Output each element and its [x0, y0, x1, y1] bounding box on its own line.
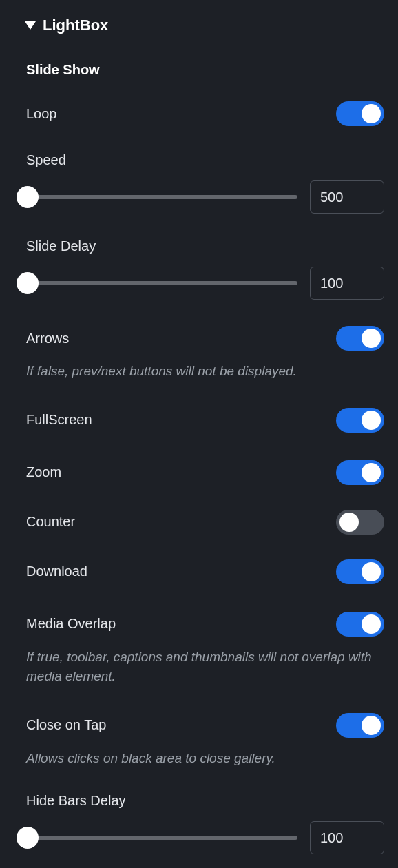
hide-bars-delay-label: Hide Bars Delay: [26, 793, 384, 809]
slide-delay-slider[interactable]: [17, 271, 297, 296]
close-on-tap-note: Allows clicks on black area to close gal…: [26, 749, 384, 769]
counter-label: Counter: [26, 514, 75, 530]
media-overlap-toggle[interactable]: [336, 612, 384, 637]
slide-delay-label: Slide Delay: [26, 238, 384, 254]
section-header[interactable]: LightBox: [25, 17, 384, 34]
fullscreen-label: FullScreen: [26, 412, 92, 428]
speed-slider[interactable]: [17, 185, 297, 209]
zoom-toggle[interactable]: [336, 460, 384, 485]
download-toggle[interactable]: [336, 559, 384, 584]
media-overlap-label: Media Overlap: [26, 616, 116, 632]
media-overlap-note: If true, toolbar, captions and thumbnail…: [26, 648, 384, 687]
loop-toggle[interactable]: [336, 101, 384, 126]
svg-marker-0: [25, 21, 36, 30]
section-title: LightBox: [43, 17, 108, 34]
slide-delay-input[interactable]: [310, 267, 384, 300]
close-on-tap-label: Close on Tap: [26, 717, 106, 733]
fullscreen-toggle[interactable]: [336, 408, 384, 433]
download-label: Download: [26, 564, 87, 579]
arrows-toggle[interactable]: [336, 326, 384, 351]
counter-toggle[interactable]: [336, 510, 384, 535]
hide-bars-delay-slider[interactable]: [17, 825, 297, 850]
arrows-label: Arrows: [26, 331, 69, 347]
zoom-label: Zoom: [26, 464, 61, 480]
speed-input[interactable]: [310, 180, 384, 214]
group-title-slideshow: Slide Show: [26, 62, 384, 78]
arrows-note: If false, prev/next buttons will not be …: [26, 362, 384, 382]
loop-label: Loop: [26, 106, 57, 122]
speed-label: Speed: [26, 152, 384, 168]
hide-bars-delay-input[interactable]: [310, 821, 384, 854]
chevron-down-icon: [25, 21, 36, 30]
close-on-tap-toggle[interactable]: [336, 713, 384, 738]
